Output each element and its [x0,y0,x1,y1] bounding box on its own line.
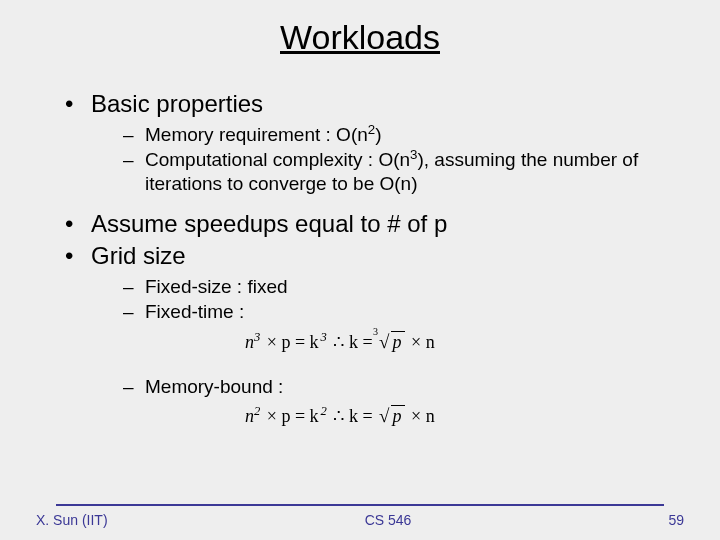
text: ) [375,124,381,145]
spacer [145,356,685,374]
text: Memory requirement : O(n [145,124,368,145]
bullet-text: Basic properties [91,90,263,117]
equation-fixed-time: n3 × p = k3 ∴ k = 3√p × n [145,330,685,354]
sub-list-grid: Fixed-size : fixed Fixed-time : n3 × p =… [91,275,685,428]
sub-comp-complexity: Computational complexity : O(n3), assumi… [123,148,685,196]
bullet-assume-speedups: Assume speedups equal to # of p [65,209,685,239]
sub-fixed-size: Fixed-size : fixed [123,275,685,299]
sub-memory-req: Memory requirement : O(n2) [123,123,685,147]
radicand: p [391,405,405,426]
radical-icon: √ [379,331,389,352]
var-n: n [245,406,254,426]
text: Memory-bound : [145,376,283,397]
bullet-list: Basic properties Memory requirement : O(… [35,89,685,428]
var-n: n [245,332,254,352]
footer-author: X. Sun (IIT) [36,512,108,528]
footer: X. Sun (IIT) CS 546 59 [0,504,720,528]
footer-row: X. Sun (IIT) CS 546 59 [28,512,692,528]
bullet-text: Grid size [91,242,186,269]
op-times-p-eq-k: × p = k [260,332,320,352]
square-root: √p [379,404,404,428]
equation-memory-bound: n2 × p = k2 ∴ k = √p × n [145,404,685,428]
sub-list-basic: Memory requirement : O(n2) Computational… [91,123,685,195]
sub-fixed-time: Fixed-time : n3 × p = k3 ∴ k = 3√p × n [123,300,685,374]
sub-memory-bound: Memory-bound : n2 × p = k2 ∴ k = √p × n [123,375,685,429]
exp-2: 2 [321,404,327,418]
op-therefore: ∴ k = [327,406,379,426]
root-degree: 3 [373,326,378,339]
slide-title: Workloads [35,18,685,57]
radical-icon: √ [379,405,389,426]
footer-page-number: 59 [668,512,684,528]
text: Fixed-time : [145,301,244,322]
footer-course: CS 546 [365,512,412,528]
text: Computational complexity : O(n [145,149,410,170]
op-times-n: × n [405,406,437,426]
radicand: p [391,331,405,352]
op-times-n: × n [405,332,437,352]
slide: Workloads Basic properties Memory requir… [0,0,720,540]
bullet-grid-size: Grid size Fixed-size : fixed Fixed-time … [65,241,685,428]
text: Fixed-size : fixed [145,276,288,297]
footer-divider [56,504,664,506]
op-therefore: ∴ k = [327,332,379,352]
op-times-p-eq-k: × p = k [260,406,320,426]
exp-3: 3 [321,330,327,344]
cube-root: 3√p [379,330,404,354]
bullet-text: Assume speedups equal to # of p [91,210,447,237]
bullet-basic-properties: Basic properties Memory requirement : O(… [65,89,685,195]
